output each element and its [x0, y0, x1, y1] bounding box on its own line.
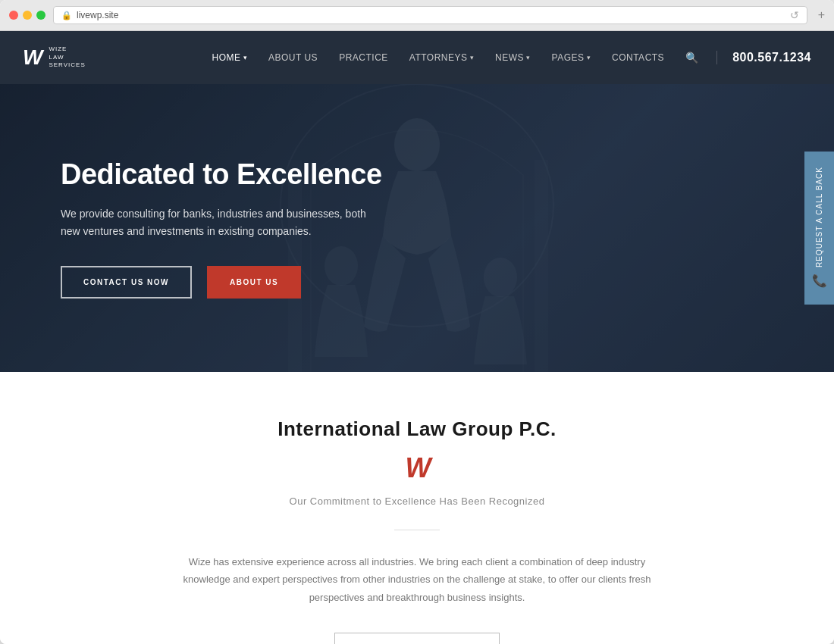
logo-mark-letter: W	[406, 455, 429, 482]
search-icon[interactable]: 🔍	[675, 44, 709, 71]
about-logo-mark: W	[61, 455, 773, 482]
navbar: W WIZE LAW SERVICES Home ▾ About Us	[0, 31, 834, 84]
about-us-button[interactable]: ABOUT US	[207, 266, 301, 299]
nav-item-home[interactable]: Home ▾	[202, 45, 259, 70]
reload-icon[interactable]: ↺	[790, 9, 799, 21]
phone-number: 800.567.1234	[716, 51, 811, 64]
fullscreen-button[interactable]	[36, 11, 45, 20]
phone-callback-icon: 📞	[812, 274, 826, 289]
about-title: International Law Group P.C.	[61, 417, 773, 441]
website-content: W WIZE LAW SERVICES Home ▾ About Us	[0, 31, 834, 644]
chevron-down-icon: ▾	[526, 54, 531, 61]
about-description: Wize has extensive experience across all…	[171, 553, 663, 606]
lock-icon: 🔒	[61, 11, 72, 20]
chevron-down-icon: ▾	[587, 54, 591, 61]
browser-chrome: 🔒 livewp.site ↺ +	[0, 0, 834, 31]
hero-content: Dedicated to Excellence We provide consu…	[0, 158, 443, 299]
nav-item-contacts[interactable]: Contacts	[601, 45, 675, 70]
hero-subtitle: We provide consulting for banks, industr…	[61, 205, 379, 239]
nav-links: Home ▾ About Us Practice Attorne	[202, 45, 676, 70]
url-text: livewp.site	[77, 10, 118, 20]
hero-title: Dedicated to Excellence	[61, 158, 382, 192]
hero-section: Dedicated to Excellence We provide consu…	[0, 84, 834, 372]
contact-us-button[interactable]: CONTACT US NOW	[61, 266, 192, 299]
nav-item-news[interactable]: News ▾	[484, 45, 541, 70]
nav-link-home[interactable]: Home ▾	[202, 45, 259, 70]
nav-link-contacts[interactable]: Contacts	[601, 45, 675, 70]
nav-link-news[interactable]: News ▾	[484, 45, 541, 70]
minimize-button[interactable]	[23, 11, 32, 20]
logo[interactable]: W WIZE LAW SERVICES	[23, 45, 86, 69]
logo-letter: W	[23, 47, 41, 68]
nav-item-about[interactable]: About Us	[258, 45, 328, 70]
nav-item-practice[interactable]: Practice	[328, 45, 399, 70]
about-divider	[394, 530, 440, 530]
address-bar[interactable]: 🔒 livewp.site ↺	[53, 6, 807, 24]
hero-buttons: CONTACT US NOW ABOUT US	[61, 266, 382, 299]
nav-item-attorneys[interactable]: Attorneys ▾	[399, 45, 484, 70]
chevron-down-icon: ▾	[470, 54, 475, 61]
about-section: International Law Group P.C. W Our Commi…	[0, 372, 834, 644]
nav-link-attorneys[interactable]: Attorneys ▾	[399, 45, 484, 70]
nav-item-pages[interactable]: Pages ▾	[541, 45, 601, 70]
callback-sidebar: 📞 Request a Call Back	[804, 152, 834, 305]
request-callback-button[interactable]: 📞 Request a Call Back	[804, 152, 834, 305]
chevron-down-icon: ▾	[243, 54, 248, 61]
browser-window: 🔒 livewp.site ↺ + W WIZE LAW SERVICES Ho…	[0, 0, 834, 644]
nav-link-pages[interactable]: Pages ▾	[541, 45, 601, 70]
nav-link-practice[interactable]: Practice	[328, 45, 399, 70]
close-button[interactable]	[9, 11, 18, 20]
nav-link-about[interactable]: About Us	[258, 45, 328, 70]
logo-text: WIZE LAW SERVICES	[49, 45, 85, 69]
traffic-lights	[9, 11, 45, 20]
free-consultancy-button[interactable]: FREE CONSULTANCY	[334, 633, 500, 644]
new-tab-button[interactable]: +	[818, 8, 825, 22]
about-tagline: Our Commitment to Excellence Has Been Re…	[61, 496, 773, 507]
